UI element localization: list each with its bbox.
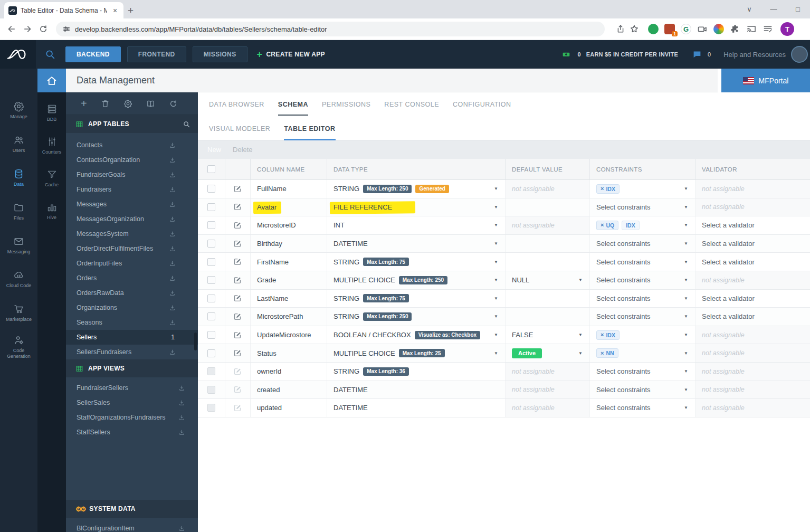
screen-capture-icon[interactable] xyxy=(697,24,708,34)
row-checkbox[interactable] xyxy=(207,203,215,211)
download-icon[interactable] xyxy=(178,400,185,406)
data-type-cell[interactable]: MULTIPLE CHOICEMax Length: 25▼ xyxy=(327,344,506,362)
global-search-icon[interactable] xyxy=(44,49,56,60)
table-list-item[interactable]: Messages xyxy=(66,197,198,212)
edit-column-icon[interactable] xyxy=(233,312,242,321)
data-type-cell[interactable]: BOOLEAN / CHECKBOXVisualize as: Checkbox… xyxy=(327,326,506,344)
dropdown-caret-icon[interactable]: ▼ xyxy=(684,351,688,356)
table-list-item[interactable]: OrderDirectFulfilmentFiles xyxy=(66,241,198,256)
table-list-item[interactable]: Sellers1 xyxy=(66,330,198,345)
constraints-cell[interactable]: ×UQIDX▼ xyxy=(590,216,695,234)
reload-icon[interactable] xyxy=(37,23,50,35)
constraints-cell[interactable]: Select constraints▼ xyxy=(590,271,695,289)
download-icon[interactable] xyxy=(169,231,176,238)
dropdown-caret-icon[interactable]: ▼ xyxy=(494,296,498,301)
chip-remove-icon[interactable]: × xyxy=(601,186,604,192)
default-value-cell[interactable]: NULL▼ xyxy=(506,271,590,289)
download-icon[interactable] xyxy=(178,385,185,392)
constraints-cell[interactable]: Select constraints▼ xyxy=(590,399,695,417)
data-type-cell[interactable]: FILE REFERENCE▼ xyxy=(327,198,506,216)
table-list-item[interactable]: Fundraisers xyxy=(66,182,198,197)
dropdown-caret-icon[interactable]: ▼ xyxy=(494,260,498,264)
dropdown-caret-icon[interactable]: ▼ xyxy=(684,223,688,227)
data-type-cell[interactable]: MULTIPLE CHOICEMax Length: 250▼ xyxy=(327,271,506,289)
subrail-item-cache[interactable]: Cache xyxy=(37,162,66,195)
dropdown-caret-icon[interactable]: ▼ xyxy=(494,351,498,356)
dropdown-caret-icon[interactable]: ▼ xyxy=(494,241,498,246)
maximize-icon[interactable]: □ xyxy=(786,5,810,13)
row-checkbox[interactable] xyxy=(207,312,215,320)
data-type-cell[interactable]: DATETIME▼ xyxy=(327,235,506,253)
constraints-cell[interactable]: Select constraints▼ xyxy=(590,381,695,399)
constraints-cell[interactable]: ×NN▼ xyxy=(590,344,695,362)
dropdown-caret-icon[interactable]: ▼ xyxy=(494,223,498,227)
constraints-cell[interactable]: Select constraints▼ xyxy=(590,363,695,381)
window-menu-icon[interactable]: ∨ xyxy=(737,5,761,13)
data-type-cell[interactable]: STRINGMax Length: 75▼ xyxy=(327,290,506,308)
tab-schema[interactable]: SCHEMA xyxy=(278,93,308,116)
table-list-item[interactable]: OrderInputFiles xyxy=(66,256,198,271)
table-list-item[interactable]: FundraiserGoals xyxy=(66,167,198,182)
sidebar-item-files[interactable]: Files xyxy=(0,195,37,229)
table-list-item[interactable]: OrdersRawData xyxy=(66,286,198,300)
select-all-checkbox[interactable] xyxy=(207,165,215,173)
new-column-button[interactable]: New xyxy=(207,146,221,154)
sidebar-item-data[interactable]: Data xyxy=(0,161,37,195)
extensions-puzzle-icon[interactable] xyxy=(730,24,740,34)
table-list-item[interactable]: Seasons xyxy=(66,315,198,330)
dropdown-caret-icon[interactable]: ▼ xyxy=(494,186,498,191)
table-list-item[interactable]: Orders xyxy=(66,271,198,286)
validator-cell[interactable]: Select a validator xyxy=(695,216,810,234)
tab-rest-console[interactable]: REST CONSOLE xyxy=(384,101,439,108)
download-icon[interactable] xyxy=(169,216,176,223)
table-list-item[interactable]: Organizations xyxy=(66,300,198,315)
browser-tab[interactable]: Table Editor - Data Schema - MF × xyxy=(4,2,123,18)
new-tab-button[interactable]: + xyxy=(128,5,134,16)
row-checkbox[interactable] xyxy=(207,240,215,248)
download-icon[interactable] xyxy=(169,349,176,356)
row-checkbox[interactable] xyxy=(207,294,215,302)
constraint-chip[interactable]: IDX xyxy=(622,221,640,230)
constraints-cell[interactable]: Select constraints▼ xyxy=(590,290,695,308)
dropdown-caret-icon[interactable]: ▼ xyxy=(578,332,583,337)
share-icon[interactable] xyxy=(615,24,626,34)
download-icon[interactable] xyxy=(169,201,176,208)
download-icon[interactable] xyxy=(169,290,176,297)
download-icon[interactable] xyxy=(169,275,176,282)
table-settings-gear-icon[interactable] xyxy=(123,99,132,108)
download-icon[interactable] xyxy=(178,429,185,436)
extension-badged-icon[interactable]: 1 xyxy=(664,24,675,34)
help-resources-link[interactable]: Help and Resources xyxy=(723,51,786,59)
edit-column-icon[interactable] xyxy=(233,331,242,339)
download-icon[interactable] xyxy=(169,186,176,193)
edit-column-icon[interactable] xyxy=(233,240,242,248)
dropdown-caret-icon[interactable]: ▼ xyxy=(684,278,688,282)
row-checkbox[interactable] xyxy=(207,349,215,357)
extension-adblock-icon[interactable] xyxy=(648,24,659,34)
download-icon[interactable] xyxy=(169,260,176,267)
edit-column-icon[interactable] xyxy=(233,258,242,266)
site-info-icon[interactable] xyxy=(62,25,71,33)
row-checkbox[interactable] xyxy=(207,367,215,375)
dropdown-caret-icon[interactable]: ▼ xyxy=(684,205,688,210)
reading-list-icon[interactable] xyxy=(763,24,773,34)
default-value-cell[interactable]: FALSE▼ xyxy=(506,326,590,344)
table-list-item[interactable]: MessagesSystem xyxy=(66,226,198,241)
download-icon[interactable] xyxy=(169,319,176,326)
dropdown-caret-icon[interactable]: ▼ xyxy=(494,205,498,210)
validator-cell[interactable]: Select a validator xyxy=(695,290,810,308)
tab-configuration[interactable]: CONFIGURATION xyxy=(453,101,511,108)
account-avatar[interactable] xyxy=(791,46,808,63)
dropdown-caret-icon[interactable]: ▼ xyxy=(684,405,688,410)
row-checkbox[interactable] xyxy=(207,276,215,284)
subrail-item-hive[interactable]: Hive xyxy=(37,195,66,227)
table-list-item[interactable]: Contacts xyxy=(66,138,198,153)
table-list-item[interactable]: MessagesOrganization xyxy=(66,212,198,226)
chat-icon[interactable] xyxy=(692,50,702,59)
row-checkbox[interactable] xyxy=(207,185,215,193)
nav-tab-backend[interactable]: BACKEND xyxy=(65,46,121,62)
validator-cell[interactable]: Select a validator xyxy=(695,308,810,326)
nav-tab-missions[interactable]: MISSIONS xyxy=(193,46,247,62)
default-value-cell[interactable]: Active▼ xyxy=(506,344,590,362)
profile-avatar[interactable]: T xyxy=(780,22,794,36)
